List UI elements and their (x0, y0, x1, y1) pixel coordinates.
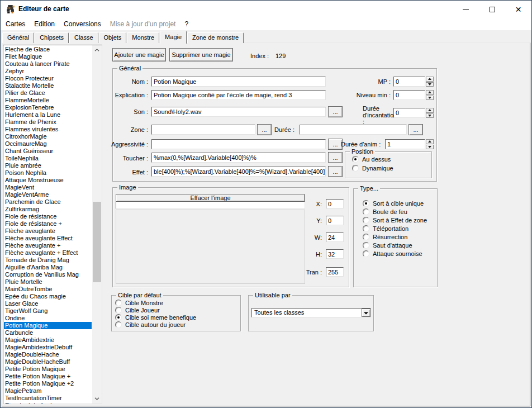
spell-list-scrollbar[interactable] (92, 45, 102, 404)
son-browse-button[interactable]: ... (328, 106, 343, 117)
menu-item[interactable]: Edition (30, 18, 59, 30)
spell-list-item[interactable]: Flocon Protecteur (4, 75, 92, 82)
type-option[interactable]: Résurrection (363, 234, 427, 240)
aggressivite-field[interactable] (151, 139, 326, 149)
duree-incantation-stepper[interactable] (426, 108, 434, 118)
spell-list-item[interactable]: MagiePetram (4, 387, 92, 395)
tab[interactable]: Magie (160, 31, 187, 44)
spell-list-item[interactable]: MagieAmbidextrieDebuff (4, 344, 92, 351)
cible-option[interactable]: Cible Joueur (115, 307, 196, 314)
spell-list-item[interactable]: Filet Magique (4, 53, 92, 60)
maximize-button[interactable] (479, 1, 505, 18)
tab[interactable]: Monstre (127, 32, 159, 43)
spell-list-item[interactable]: Aiguille d'Aariba Mag (4, 264, 92, 271)
scroll-down-icon[interactable] (92, 394, 102, 404)
spell-list-item[interactable]: Flèche aveuglante (4, 227, 92, 235)
spell-list-item[interactable]: Epée du Chaos magie (4, 293, 92, 300)
scroll-up-icon[interactable] (92, 45, 102, 55)
spell-list-item[interactable]: Poison Nephila (4, 169, 92, 177)
cible-option[interactable]: Cible autour du joueur (115, 321, 196, 328)
tab[interactable]: Zone de monstre (187, 32, 244, 43)
spell-list-item[interactable]: Couteau à lancer Pirate (4, 60, 92, 68)
duree-field[interactable] (300, 125, 407, 135)
menu-item[interactable]: Mise à jour d'un projet (106, 18, 180, 30)
toucher-field[interactable]: %max(0,%[Wizard].Variable[400]%)% (151, 153, 326, 163)
spell-list-item[interactable]: MagieDoubleHacheBuff (4, 358, 92, 366)
spell-list-item[interactable]: Stalactite Mortelle (4, 82, 92, 89)
niveau-min-stepper[interactable] (426, 90, 434, 100)
type-option[interactable]: Attaque sournoise (363, 250, 427, 257)
w-field[interactable]: 24 (326, 233, 344, 242)
cible-option[interactable]: Cible soi meme benefique (115, 314, 196, 321)
cible-option[interactable]: Cible Monstre (115, 300, 196, 306)
tran-field[interactable]: 255 (326, 267, 344, 277)
spell-list-item[interactable]: Zephyr (4, 68, 92, 75)
delete-magic-button[interactable]: Supprimer une magie (169, 48, 233, 61)
spell-list-item[interactable]: Tornade de Dranig Mag (4, 257, 92, 264)
zone-browse-button[interactable]: ... (257, 124, 272, 135)
tab[interactable]: Objets (99, 32, 127, 43)
effet-field[interactable]: ble[400]%);%[Wizard].Variable[400]%=%[Wi… (151, 167, 326, 177)
spell-list-item[interactable]: Petite Potion Magique (4, 366, 92, 373)
menu-item[interactable]: Cartes (1, 18, 30, 30)
spell-list-item[interactable]: MainOutreTombe (4, 286, 92, 293)
h-field[interactable]: 32 (326, 249, 344, 259)
spell-list-item[interactable]: MagieVentArme (4, 191, 92, 198)
zone-field[interactable] (151, 125, 255, 135)
type-option[interactable]: Sort à cible unique (363, 200, 427, 207)
type-option[interactable]: Boule de feu (363, 208, 427, 215)
spell-list-item[interactable]: FlammeMortelle (4, 97, 92, 104)
spell-list-item[interactable]: Flamme de Phenix (4, 118, 92, 126)
spell-list-item[interactable]: CitroxhorMagie (4, 133, 92, 140)
spell-list-item[interactable]: Pluie ambrée (4, 162, 92, 169)
spell-list-item[interactable]: Corruption de Vanilius Mag (4, 271, 92, 278)
position-option[interactable]: Dynamique (352, 165, 393, 172)
toucher-browse-button[interactable]: ... (328, 152, 343, 163)
type-option[interactable]: Téléportation (363, 225, 427, 232)
chevron-down-icon[interactable] (362, 309, 370, 317)
clear-image-button[interactable]: Effacer l'image (116, 194, 305, 202)
tab[interactable]: Classe (69, 32, 98, 43)
spell-list-item[interactable]: Pilier de Glace (4, 89, 92, 97)
duree-anim-field[interactable]: 1 (385, 139, 425, 149)
spell-list-item[interactable]: Flèche aveuglante + Effect (4, 249, 92, 257)
duree-browse-button[interactable]: ... (408, 124, 423, 135)
spell-list-item[interactable]: Petite Potion Magique + (4, 373, 92, 380)
spell-list-item[interactable]: TigerWolf Gang (4, 307, 92, 315)
image-path-field[interactable] (116, 201, 305, 209)
spell-list-item[interactable]: Etendard de Azuban (4, 402, 92, 404)
spell-list-item[interactable]: Flèche aveuglante + (4, 242, 92, 249)
type-option[interactable]: Saut d'attaque (363, 242, 427, 249)
spell-list-item[interactable]: Zulfirkarmag (4, 206, 92, 213)
spell-list-item[interactable]: Laser Glace (4, 300, 92, 307)
minimize-button[interactable] (453, 1, 479, 18)
spell-list-item[interactable]: Fiole de résistance (4, 213, 92, 220)
position-option[interactable]: Au dessus (352, 156, 393, 163)
menu-item[interactable]: ? (180, 18, 193, 30)
mp-stepper[interactable] (426, 77, 434, 87)
effet-browse-button[interactable]: ... (328, 166, 343, 177)
close-button[interactable]: ✕ (505, 1, 531, 18)
niveau-min-field[interactable]: 0 (393, 90, 425, 100)
mp-field[interactable]: 0 (393, 77, 425, 87)
add-magic-button[interactable]: Ajouter une magie (112, 48, 166, 61)
tab[interactable]: Général (2, 32, 34, 43)
scrollbar-thumb[interactable] (93, 202, 101, 282)
duree-incantation-field[interactable]: 0 (393, 108, 425, 118)
spell-list-item[interactable]: Chant Guérisseur (4, 148, 92, 155)
tab[interactable]: Chipsets (35, 32, 69, 43)
son-field[interactable]: Sound\Holy2.wav (151, 107, 326, 117)
spell-list-item[interactable]: Potion Magique (4, 322, 92, 329)
spell-list-item[interactable]: MagieVent (4, 184, 92, 191)
spell-list-item[interactable]: Flèche aveuglante Effect (4, 235, 92, 242)
spell-list-item[interactable]: Fiole de résistance + (4, 220, 92, 227)
spell-list-item[interactable]: Fleche de Glace (4, 46, 92, 53)
spell-list-item[interactable]: MagieAmbidextrie (4, 336, 92, 344)
explication-field[interactable]: Potion Magique confié par l'école de mag… (151, 90, 326, 100)
spell-list-item[interactable]: ToileNephila (4, 155, 92, 162)
spell-list-item[interactable]: Petite Potion Magique +2 (4, 380, 92, 387)
spell-list-item[interactable]: Pluie Mortelle (4, 278, 92, 286)
spell-list-item[interactable]: Ondine (4, 315, 92, 322)
spell-list-item[interactable]: MagieDoubleHache (4, 351, 92, 358)
duree-anim-stepper[interactable] (426, 139, 434, 149)
